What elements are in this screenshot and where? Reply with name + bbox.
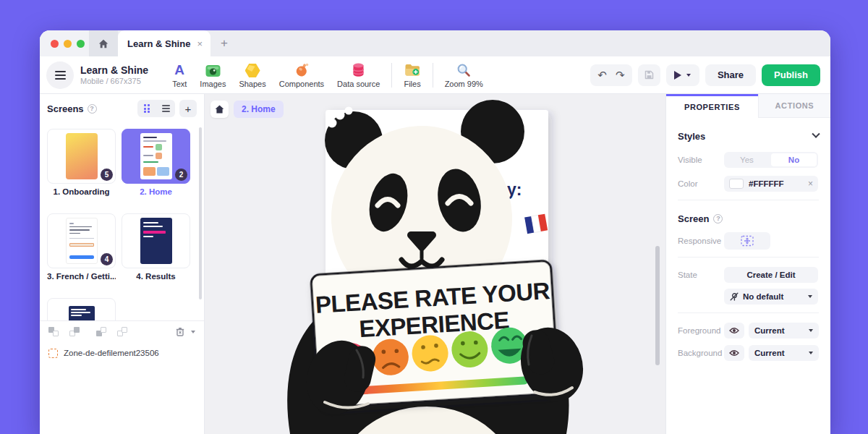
tool-shapes[interactable]: Shapes xyxy=(232,61,272,88)
layer-item-scroll-zone[interactable]: Zone-de-defilement23506 xyxy=(40,342,204,364)
chevron-down-icon xyxy=(808,295,812,298)
screen-preview: 4 xyxy=(47,213,116,268)
chevron-down-icon[interactable] xyxy=(686,74,691,77)
help-icon[interactable]: ? xyxy=(88,104,97,114)
responsive-row: Responsive xyxy=(678,233,819,249)
visible-toggle[interactable]: Yes No xyxy=(724,152,818,168)
tool-zoom[interactable]: Zoom 99% xyxy=(438,61,490,88)
create-edit-state-button[interactable]: Create / Edit xyxy=(724,267,818,283)
undo-button[interactable]: ↶ xyxy=(597,69,607,80)
interaction-count-badge: 5 xyxy=(101,169,113,181)
project-info: Learn & Shine Mobile / 667x375 xyxy=(80,64,148,85)
help-icon[interactable]: ? xyxy=(713,214,723,224)
responsive-anchor-button[interactable] xyxy=(724,232,770,250)
preview-play-button[interactable] xyxy=(666,64,699,86)
toolbar-divider xyxy=(433,63,433,88)
color-field[interactable]: #FFFFFF × xyxy=(724,176,818,192)
foreground-row: Foreground Current xyxy=(678,323,819,339)
share-button[interactable]: Share xyxy=(705,64,756,86)
add-screen-button[interactable]: + xyxy=(179,100,197,117)
maximize-window-button[interactable] xyxy=(77,40,85,48)
styles-section-header[interactable]: Styles xyxy=(678,127,819,145)
view-toggle xyxy=(137,100,175,117)
app-window: Learn & Shine × + Learn & Shine Mobile /… xyxy=(40,30,830,434)
send-to-back-icon[interactable] xyxy=(96,327,106,336)
breadcrumb-screen-chip[interactable]: 2. Home xyxy=(234,101,284,118)
color-swatch[interactable] xyxy=(729,179,744,189)
floppy-icon xyxy=(644,70,654,80)
background-dropdown[interactable]: Current xyxy=(749,345,819,361)
bring-forward-icon[interactable] xyxy=(117,327,127,336)
scroll-area-icon xyxy=(48,349,58,358)
breadcrumb-home-button[interactable] xyxy=(210,101,229,118)
interaction-count-badge: 2 xyxy=(175,169,187,181)
database-icon xyxy=(352,61,365,77)
tool-files[interactable]: Files xyxy=(397,61,427,88)
color-value[interactable]: #FFFFFF xyxy=(749,179,784,188)
screen-preview: 5 xyxy=(47,129,116,184)
panel-tabs: PROPERTIES ACTIONS xyxy=(666,94,830,118)
interaction-count-badge: 4 xyxy=(101,253,113,265)
screen-card-results[interactable]: 4. Results xyxy=(122,213,190,284)
redo-button[interactable]: ↷ xyxy=(616,69,625,80)
properties-content: Styles Visible Yes No Color xyxy=(666,118,830,369)
delete-group xyxy=(176,327,195,336)
background-visibility-button[interactable] xyxy=(724,345,744,361)
screen-card-onboarding[interactable]: 5 1. Onboarding xyxy=(47,129,116,200)
background-row: Background Current xyxy=(678,345,819,361)
default-state-row: No default xyxy=(678,289,819,305)
chevron-down-icon[interactable] xyxy=(191,331,195,333)
list-view-button[interactable] xyxy=(156,100,175,117)
visible-yes-option[interactable]: Yes xyxy=(724,152,770,168)
tab-learn-and-shine[interactable]: Learn & Shine × xyxy=(118,30,210,56)
save-button[interactable] xyxy=(638,64,660,86)
screens-sidebar: Screens ? + xyxy=(40,94,205,434)
history-group: ↶ ↷ xyxy=(590,64,632,86)
screens-header: Screens ? + xyxy=(40,94,204,123)
minimize-window-button[interactable] xyxy=(64,40,72,48)
grid-icon xyxy=(144,104,150,113)
canvas-scrollbar[interactable] xyxy=(655,246,660,365)
clear-color-icon[interactable]: × xyxy=(808,179,813,189)
tool-text[interactable]: A Text xyxy=(166,61,193,88)
bring-to-front-icon[interactable] xyxy=(69,327,80,336)
hexagon-icon xyxy=(245,61,260,77)
trash-icon[interactable] xyxy=(176,327,184,336)
chevron-down-icon[interactable] xyxy=(812,130,820,138)
new-tab-button[interactable]: + xyxy=(210,30,238,56)
eye-icon xyxy=(729,349,739,357)
tool-images[interactable]: Images xyxy=(193,61,232,88)
chevron-down-icon xyxy=(809,352,813,354)
sidebar-scrollbar[interactable] xyxy=(199,127,202,299)
screen-card-french[interactable]: 4 3. French / Getti... xyxy=(47,213,116,284)
foreground-dropdown[interactable]: Current xyxy=(749,323,819,339)
close-window-button[interactable] xyxy=(51,40,59,48)
hamburger-menu-button[interactable] xyxy=(46,61,74,89)
close-tab-icon[interactable]: × xyxy=(197,38,203,49)
send-backward-icon[interactable] xyxy=(48,327,59,336)
screen-card-partial[interactable] xyxy=(47,298,116,320)
screen-section-header: Screen ? xyxy=(678,210,819,227)
tool-data-source[interactable]: Data source xyxy=(331,61,386,88)
app-stage: Learn & Shine × + Learn & Shine Mobile /… xyxy=(0,0,868,434)
design-canvas[interactable]: 2. Home xyxy=(205,94,665,434)
browser-tab-bar: Learn & Shine × + xyxy=(40,30,830,56)
screen-card-home[interactable]: 2 2. Home xyxy=(122,129,190,200)
tab-actions[interactable]: ACTIONS xyxy=(758,94,830,118)
home-tab-button[interactable] xyxy=(89,30,118,56)
anchor-crosshair-icon xyxy=(739,235,755,247)
tool-components[interactable]: Components xyxy=(273,61,331,88)
toolbar-actions: ↶ ↷ Share Publish xyxy=(590,64,820,86)
color-row: Color #FFFFFF × xyxy=(678,176,819,192)
toolbar-divider xyxy=(391,63,392,88)
default-state-dropdown[interactable]: No default xyxy=(724,289,818,305)
publish-button[interactable]: Publish xyxy=(762,64,820,86)
foreground-visibility-button[interactable] xyxy=(724,323,744,339)
divider xyxy=(678,312,819,313)
tab-properties[interactable]: PROPERTIES xyxy=(666,94,758,118)
divider xyxy=(678,200,819,200)
grid-view-button[interactable] xyxy=(137,100,156,117)
chevron-down-icon xyxy=(809,329,813,332)
insert-tools: A Text Images S xyxy=(166,61,490,88)
visible-no-option[interactable]: No xyxy=(771,153,817,166)
